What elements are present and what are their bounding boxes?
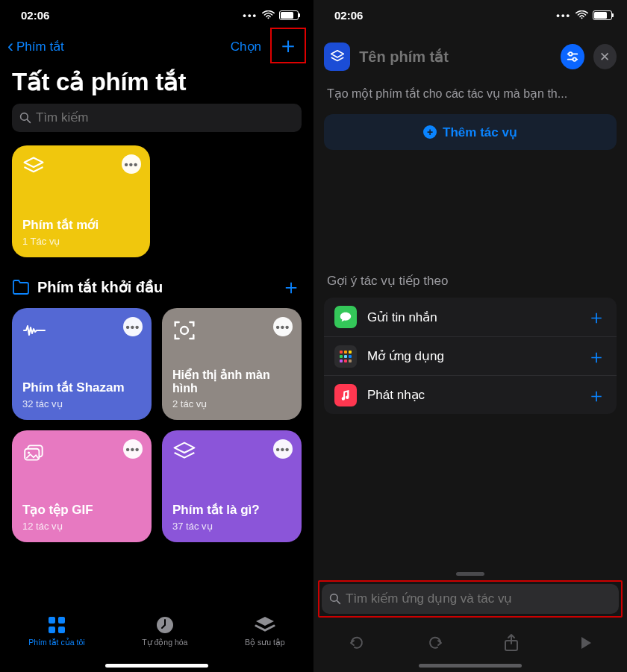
tab-label: Bộ sưu tập [245, 638, 285, 647]
tab-automation[interactable]: Tự động hóa [142, 615, 187, 647]
svg-rect-15 [340, 351, 343, 354]
svg-rect-17 [349, 351, 352, 354]
grid-icon [46, 615, 68, 635]
card-more-button[interactable]: ••• [273, 439, 293, 459]
status-bar: 02:06 ••• [0, 0, 314, 30]
folder-add-button[interactable]: ＋ [281, 277, 302, 298]
action-search-input[interactable] [346, 591, 611, 606]
action-search-field[interactable] [322, 584, 619, 614]
apps-grid-icon [334, 345, 357, 368]
add-shortcut-button[interactable]: ＋ [277, 34, 299, 57]
bottom-sheet [314, 568, 627, 672]
search-field[interactable] [12, 104, 302, 132]
photos-stack-icon [22, 441, 46, 465]
editor-nav: ✕ [314, 36, 627, 78]
shortcut-tile[interactable]: ••• Hiển thị ảnh màn hình 2 tác vụ [162, 308, 302, 420]
page-title: Tất cả phím tắt [0, 63, 314, 104]
svg-rect-22 [344, 359, 347, 362]
home-indicator[interactable] [105, 664, 208, 668]
svg-point-1 [21, 113, 28, 121]
shortcut-tile[interactable]: ••• Phím tắt Shazam 32 tác vụ [12, 308, 152, 420]
shortcut-app-icon [324, 43, 350, 71]
grabber-handle[interactable] [456, 572, 484, 576]
editor-toolbar [314, 622, 627, 664]
suggestions-title: Gợi ý tác vụ tiếp theo [314, 273, 627, 298]
suggestion-item[interactable]: Mở ứng dụng ＋ [324, 336, 617, 375]
card-more-button[interactable]: ••• [123, 439, 143, 459]
status-time: 02:06 [21, 9, 49, 22]
status-bar: 02:06 ••• [314, 0, 627, 30]
status-right: ••• [243, 10, 299, 21]
card-more-button[interactable]: ••• [123, 317, 143, 336]
screenshot-icon [172, 318, 196, 342]
tile-subtitle: 12 tác vụ [22, 521, 141, 532]
highlight-add: ＋ [270, 28, 306, 63]
svg-point-3 [181, 327, 188, 334]
svg-rect-10 [58, 627, 65, 633]
share-button[interactable] [503, 633, 520, 653]
suggestion-label: Gửi tin nhắn [367, 310, 576, 325]
home-indicator[interactable] [419, 664, 522, 668]
status-time: 02:06 [334, 9, 363, 22]
shortcut-stack-icon [22, 156, 45, 178]
waveform-icon [22, 318, 46, 342]
add-action-label: Thêm tác vụ [443, 125, 517, 140]
tab-label: Phím tắt của tôi [28, 638, 84, 647]
svg-rect-8 [58, 617, 65, 624]
card-subtitle: 1 Tác vụ [22, 236, 140, 247]
search-input[interactable] [36, 110, 294, 125]
tile-subtitle: 37 tác vụ [172, 521, 291, 532]
svg-rect-19 [344, 355, 347, 358]
shortcut-name-input[interactable] [359, 48, 552, 66]
music-icon [334, 384, 357, 406]
nav-bar: ‹ Phím tắt Chọn ＋ [0, 30, 314, 63]
shortcut-grid: ••• Phím tắt Shazam 32 tác vụ ••• Hiển t… [12, 308, 302, 542]
svg-rect-23 [349, 359, 352, 362]
redo-button[interactable] [425, 634, 445, 652]
shortcut-tile[interactable]: ••• Tạo tệp GIF 12 tác vụ [12, 430, 152, 542]
folder-header[interactable]: Phím tắt khởi đầu ＋ [12, 277, 302, 298]
tab-gallery[interactable]: Bộ sưu tập [245, 615, 285, 647]
suggestion-item[interactable]: Phát nhạc ＋ [324, 375, 617, 414]
back-label: Phím tắt [16, 39, 64, 54]
card-more-button[interactable]: ••• [273, 317, 293, 336]
suggestions-list: Gửi tin nhắn ＋ Mở ứng dụng ＋ Phát nhạc ＋ [324, 298, 617, 414]
folder-label: Phím tắt khởi đầu [37, 278, 273, 296]
run-button[interactable] [578, 635, 593, 651]
close-button[interactable]: ✕ [593, 44, 617, 69]
search-icon [19, 112, 31, 124]
battery-icon [279, 10, 299, 20]
svg-point-14 [573, 57, 576, 61]
suggestion-add-button[interactable]: ＋ [587, 307, 606, 327]
tile-title: Hiển thị ảnh màn hình [172, 368, 291, 395]
phone-left: 02:06 ••• ‹ Phím tắt Chọn ＋ Tất cả phím … [0, 0, 314, 672]
svg-rect-21 [340, 359, 343, 362]
search-icon [329, 593, 341, 605]
suggestion-add-button[interactable]: ＋ [587, 347, 606, 366]
suggestion-add-button[interactable]: ＋ [587, 386, 606, 405]
wifi-icon [262, 10, 275, 19]
card-title: Phím tắt mới [22, 217, 140, 233]
shortcut-card-main[interactable]: ••• Phím tắt mới 1 Tác vụ [12, 145, 150, 257]
svg-line-25 [337, 600, 340, 603]
tab-label: Tự động hóa [142, 638, 187, 647]
add-action-button[interactable]: + Thêm tác vụ [324, 114, 617, 150]
folder-icon [12, 279, 30, 295]
card-more-button[interactable]: ••• [122, 154, 141, 174]
more-dots-icon: ••• [556, 10, 571, 21]
battery-icon [593, 10, 612, 20]
tab-my-shortcuts[interactable]: Phím tắt của tôi [28, 615, 84, 647]
suggestion-label: Phát nhạc [367, 387, 576, 403]
undo-button[interactable] [347, 634, 366, 652]
shortcut-tile[interactable]: ••• Phím tắt là gì? 37 tác vụ [162, 430, 302, 542]
shortcut-stack-icon [172, 441, 196, 465]
select-button[interactable]: Chọn [231, 39, 261, 54]
svg-point-0 [267, 17, 269, 19]
svg-rect-18 [340, 355, 343, 358]
messages-icon [334, 306, 357, 328]
suggestion-item[interactable]: Gửi tin nhắn ＋ [324, 298, 617, 336]
svg-point-24 [331, 594, 338, 602]
settings-button[interactable] [561, 44, 584, 69]
back-button[interactable]: ‹ Phím tắt [7, 37, 64, 55]
tile-title: Phím tắt Shazam [22, 380, 141, 395]
